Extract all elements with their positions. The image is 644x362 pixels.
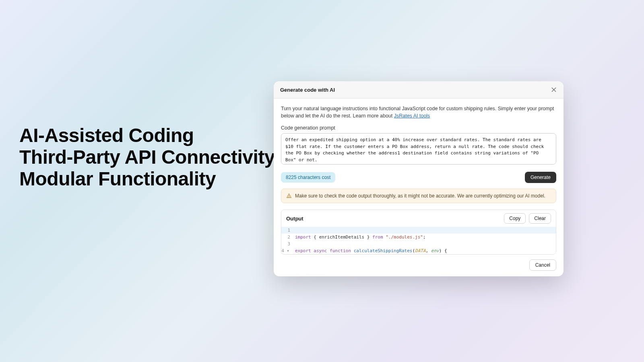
code-line-3: 3 — [281, 241, 556, 247]
code-editor[interactable]: 1 2 import { enrichItemDetails } from ".… — [281, 227, 556, 254]
warning-banner: Make sure to check the code output thoro… — [281, 189, 556, 203]
output-buttons: Copy Clear — [504, 213, 551, 224]
code-line-1: 1 — [281, 227, 556, 234]
clear-button[interactable]: Clear — [529, 213, 551, 224]
modal-body: Turn your natural language instructions … — [274, 99, 564, 203]
gutter-4: 4 ▾ — [281, 247, 293, 254]
gutter-2: 2 — [281, 234, 293, 241]
warning-icon — [286, 193, 292, 199]
prompt-textarea[interactable] — [281, 133, 556, 165]
headline-1: AI-Assisted Coding — [19, 125, 275, 146]
prompt-label: Code generation prompt — [281, 125, 556, 131]
copy-button[interactable]: Copy — [504, 213, 526, 224]
code-line-4: 4 ▾ export async function calculateShipp… — [281, 247, 556, 254]
headline-2: Third-Party API Connectivity — [19, 146, 275, 168]
prompt-action-row: 8225 characters cost Generate — [281, 172, 556, 183]
cancel-button[interactable]: Cancel — [529, 259, 556, 271]
close-icon[interactable] — [551, 86, 557, 93]
marketing-headlines: AI-Assisted Coding Third-Party API Conne… — [19, 125, 275, 189]
warning-text: Make sure to check the code output thoro… — [295, 193, 545, 199]
output-title: Output — [286, 216, 303, 222]
headline-3: Modular Functionality — [19, 168, 275, 190]
modal-description: Turn your natural language instructions … — [281, 105, 556, 119]
fold-marker-icon[interactable]: ▾ — [284, 248, 290, 253]
gutter-3: 3 — [281, 241, 293, 247]
generate-code-modal: Generate code with AI Turn your natural … — [274, 81, 564, 276]
modal-title: Generate code with AI — [280, 87, 335, 93]
output-header: Output Copy Clear — [281, 210, 556, 227]
modal-header: Generate code with AI — [274, 81, 564, 99]
code-line-2: 2 import { enrichItemDetails } from "./m… — [281, 234, 556, 241]
gutter-1: 1 — [281, 227, 293, 234]
output-section: Output Copy Clear 1 2 import { enrichIte… — [281, 210, 556, 255]
modal-footer: Cancel — [274, 255, 564, 276]
generate-button[interactable]: Generate — [525, 172, 556, 183]
ai-tools-link[interactable]: JsRates AI tools — [394, 113, 430, 119]
cost-badge: 8225 characters cost — [281, 172, 335, 183]
svg-point-3 — [289, 197, 289, 197]
